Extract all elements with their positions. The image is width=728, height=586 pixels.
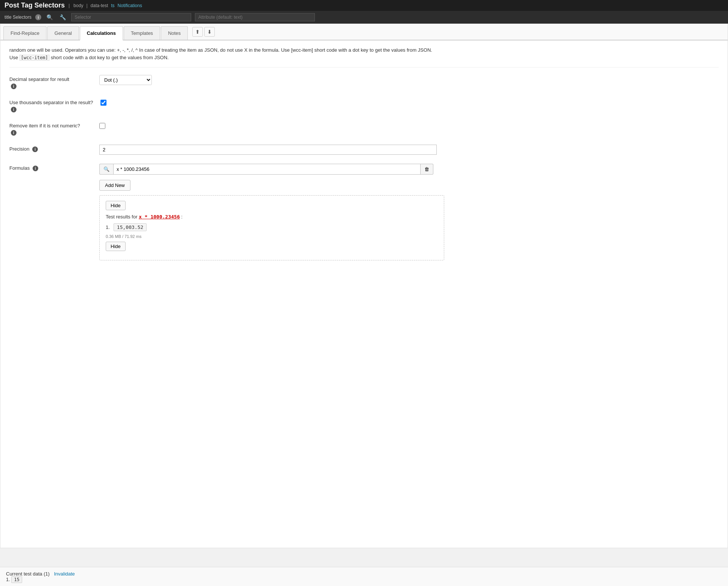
shortcode-hint: [wcc-item] bbox=[19, 55, 49, 61]
tab-icon-group: ⬆ ⬇ bbox=[189, 24, 219, 40]
tab-calculations[interactable]: Calculations bbox=[80, 26, 123, 40]
decimal-separator-info-icon: i bbox=[11, 84, 16, 89]
import-button[interactable]: ⬇ bbox=[204, 27, 215, 37]
content-area: random one will be used. Operators you c… bbox=[0, 40, 728, 275]
intro-text: random one will be used. Operators you c… bbox=[9, 46, 719, 67]
test-result-value: 15,003.52 bbox=[114, 223, 147, 231]
breadcrumb-separator: | bbox=[69, 3, 70, 8]
subtitle-search-button[interactable]: 🔍 bbox=[45, 13, 54, 21]
tab-find-replace[interactable]: Find-Replace bbox=[3, 26, 46, 40]
tab-general[interactable]: General bbox=[47, 26, 79, 40]
remove-non-numeric-label: Remove item if it is not numeric? i bbox=[9, 121, 92, 136]
thousands-separator-row: Use thousands separator in the result? i bbox=[9, 98, 719, 112]
subtitle-text: title Selectors bbox=[4, 15, 31, 20]
breadcrumb-data-test: data-test bbox=[91, 3, 108, 8]
subtitle-info-icon: i bbox=[35, 14, 41, 20]
nav-link-ts[interactable]: ts bbox=[111, 3, 114, 8]
formula-delete-button[interactable]: 🗑 bbox=[421, 164, 433, 175]
test-results-label: Test results for x * 1000.23456 : bbox=[106, 214, 438, 220]
precision-label: Precision i bbox=[9, 145, 92, 152]
tabs-bar: Find-Replace General Calculations Templa… bbox=[0, 24, 728, 40]
precision-input[interactable] bbox=[99, 145, 437, 155]
remove-non-numeric-label-text: Remove item if it is not numeric? bbox=[9, 123, 80, 129]
selector-input[interactable] bbox=[71, 13, 191, 21]
app-title: Post Tag Selectors bbox=[4, 1, 65, 9]
test-results-box: Hide Test results for x * 1000.23456 : 1… bbox=[99, 195, 444, 260]
hide-button-top[interactable]: Hide bbox=[106, 201, 126, 210]
top-header: Post Tag Selectors | body | data-test ts… bbox=[0, 0, 728, 11]
precision-row: Precision i bbox=[9, 145, 719, 155]
tab-notes[interactable]: Notes bbox=[161, 26, 188, 40]
formulas-label-text: Formulas bbox=[9, 165, 30, 171]
subtitle-wrench-button[interactable]: 🔧 bbox=[58, 13, 67, 21]
decimal-separator-control: Dot (.) Comma (,) bbox=[99, 75, 152, 85]
breadcrumb-separator2: | bbox=[86, 3, 87, 8]
test-results-formula: x * 1000.23456 bbox=[139, 214, 180, 220]
formulas-control: 🔍 🗑 Add New Hide Test results for x * 10… bbox=[99, 164, 719, 260]
add-new-formula-button[interactable]: Add New bbox=[99, 180, 130, 191]
formulas-info-icon: i bbox=[33, 166, 38, 171]
decimal-separator-select[interactable]: Dot (.) Comma (,) bbox=[99, 75, 152, 85]
thousands-separator-label: Use thousands separator in the result? i bbox=[9, 98, 93, 112]
test-result-number: 1. bbox=[106, 224, 110, 230]
subtitle-bar: title Selectors i 🔍 🔧 bbox=[0, 11, 728, 24]
formula-text-input[interactable] bbox=[113, 164, 421, 175]
tab-templates[interactable]: Templates bbox=[124, 26, 160, 40]
remove-non-numeric-control bbox=[99, 121, 105, 130]
breadcrumb-body: body bbox=[73, 3, 83, 8]
formulas-row: Formulas i 🔍 🗑 Add New Hide Test results… bbox=[9, 164, 719, 260]
precision-control bbox=[99, 145, 719, 155]
hide-button-bottom[interactable]: Hide bbox=[106, 242, 126, 251]
thousands-separator-checkbox[interactable] bbox=[100, 100, 106, 106]
test-stats: 0.36 MB / 71.92 ms bbox=[106, 234, 438, 239]
test-result-item: 1. 15,003.52 bbox=[106, 223, 438, 231]
attribute-input[interactable] bbox=[195, 13, 315, 21]
remove-non-numeric-row: Remove item if it is not numeric? i bbox=[9, 121, 719, 136]
formula-search-button[interactable]: 🔍 bbox=[99, 164, 113, 175]
test-label-text: Test results for bbox=[106, 214, 138, 220]
nav-link-notifications[interactable]: Notifications bbox=[118, 3, 142, 8]
thousands-separator-label-text: Use thousands separator in the result? bbox=[9, 100, 93, 105]
remove-non-numeric-checkbox[interactable] bbox=[99, 123, 105, 129]
thousands-separator-control bbox=[100, 98, 106, 107]
main-container: Find-Replace General Calculations Templa… bbox=[0, 24, 728, 548]
intro-text-content: random one will be used. Operators you c… bbox=[9, 47, 432, 53]
thousands-separator-info-icon: i bbox=[11, 107, 16, 112]
formula-input-row: 🔍 🗑 bbox=[99, 164, 719, 175]
remove-non-numeric-info-icon: i bbox=[11, 130, 16, 136]
formulas-label: Formulas i bbox=[9, 164, 92, 171]
precision-info-icon: i bbox=[32, 146, 38, 152]
precision-label-text: Precision bbox=[9, 146, 29, 152]
test-label-colon: : bbox=[181, 214, 183, 220]
decimal-separator-row: Decimal separator for result i Dot (.) C… bbox=[9, 75, 719, 89]
export-button[interactable]: ⬆ bbox=[192, 27, 203, 37]
decimal-separator-label-text: Decimal separator for result bbox=[9, 76, 69, 82]
decimal-separator-label: Decimal separator for result i bbox=[9, 75, 92, 89]
